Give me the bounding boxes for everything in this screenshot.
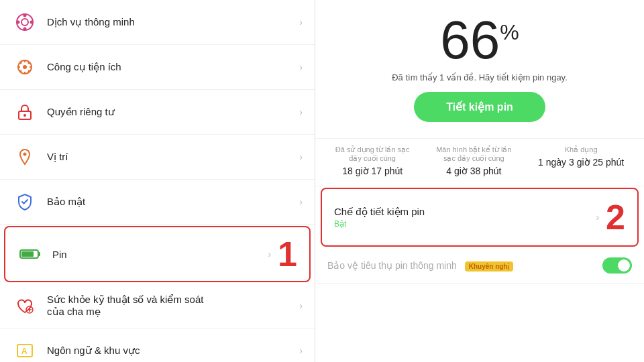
sidebar-item-cong-cu-tien-ich[interactable]: Công cụ tiện ích › (0, 45, 315, 90)
bao-mat-label: Bảo mật (47, 196, 299, 208)
svg-point-3 (23, 27, 27, 31)
chevron-icon: › (299, 17, 303, 27)
chevron-icon: › (299, 62, 303, 72)
tool-icon (12, 54, 38, 80)
step-2-number: 2 (606, 200, 625, 235)
stat-used: Đã sử dụng từ lần sạcđầy cuối cùng 18 gi… (335, 145, 410, 176)
lang-icon: A (12, 338, 38, 362)
chevron-icon: › (596, 212, 599, 223)
sidebar-item-quyen-rieng-tu[interactable]: Quyền riêng tư › (0, 90, 315, 135)
battery-save-mode-subtitle: Bật (334, 219, 596, 229)
svg-text:A: A (21, 347, 28, 356)
stat-used-value: 18 giờ 17 phút (335, 166, 410, 176)
svg-point-7 (23, 65, 27, 69)
save-pin-button[interactable]: Tiết kiệm pin (414, 92, 545, 122)
chevron-icon: › (299, 345, 303, 356)
sidebar-item-bao-mat[interactable]: Bảo mật › (0, 180, 315, 225)
smart-service-icon (12, 9, 38, 35)
privacy-icon (12, 99, 38, 125)
stat-screen: Màn hình bật kể từ lầnsạc đầy cuối cùng … (436, 145, 511, 176)
svg-point-4 (17, 21, 20, 24)
battery-save-mode-option[interactable]: Chế độ tiết kiệm pin Bật › 2 (321, 188, 639, 247)
svg-rect-20 (38, 252, 40, 256)
battery-save-mode-title: Chế độ tiết kiệm pin (334, 206, 596, 218)
svg-point-12 (20, 62, 22, 64)
battery-stats-row: Đã sử dụng từ lần sạcđầy cuối cùng 18 gi… (315, 139, 644, 186)
suc-khoe-label: Sức khỏe kỹ thuật số và kiểm soát của ch… (47, 294, 299, 318)
battery-protect-toggle-row: Bảo vệ tiêu thụ pin thông minh Khuyên ng… (315, 248, 644, 284)
svg-point-14 (20, 70, 22, 72)
right-panel: 66% Đã tìm thấy 1 vấn đề. Hãy tiết kiệm … (315, 0, 644, 362)
battery-warning-text: Đã tìm thấy 1 vấn đề. Hãy tiết kiệm pin … (329, 72, 631, 82)
recommended-badge: Khuyên nghị (465, 261, 514, 272)
svg-point-13 (28, 62, 30, 64)
chevron-icon: › (299, 196, 303, 207)
battery-save-mode-text: Chế độ tiết kiệm pin Bật (334, 206, 596, 229)
sidebar-item-dich-vu-thong-minh[interactable]: Dịch vụ thông minh › (0, 0, 315, 45)
pin-label: Pin (52, 249, 268, 260)
svg-point-15 (28, 70, 30, 72)
dich-vu-thong-minh-label: Dịch vụ thông minh (47, 16, 299, 28)
stat-used-label: Đã sử dụng từ lần sạcđầy cuối cùng (335, 145, 410, 163)
battery-protect-toggle[interactable] (602, 257, 632, 274)
vi-tri-label: Vị trí (47, 151, 299, 163)
battery-header: 66% Đã tìm thấy 1 vấn đề. Hãy tiết kiệm … (315, 0, 644, 139)
sidebar-item-vi-tri[interactable]: Vị trí › (0, 135, 315, 180)
battery-protect-text: Bảo vệ tiêu thụ pin thông minh Khuyên ng… (327, 259, 602, 272)
chevron-icon: › (299, 300, 303, 311)
stat-screen-label: Màn hình bật kể từ lầnsạc đầy cuối cùng (436, 145, 511, 163)
battery-percent-symbol: % (500, 20, 519, 44)
ngon-ngu-label: Ngôn ngữ & khu vực (47, 345, 299, 357)
quyen-rieng-tu-label: Quyền riêng tư (47, 106, 299, 118)
stat-screen-value: 4 giờ 38 phút (436, 166, 511, 176)
svg-rect-21 (21, 251, 34, 257)
stat-available: Khả dụng 1 ngày 3 giờ 25 phút (538, 145, 624, 176)
cong-cu-tien-ich-label: Công cụ tiện ích (47, 61, 299, 73)
battery-percent-value: 66 (440, 10, 500, 70)
battery-icon (17, 241, 43, 267)
svg-point-2 (23, 14, 27, 17)
stat-available-value: 1 ngày 3 giờ 25 phút (538, 157, 624, 168)
svg-point-18 (23, 153, 27, 156)
battery-protect-title: Bảo vệ tiêu thụ pin thông minh (327, 260, 460, 271)
location-icon (12, 144, 38, 170)
chevron-icon: › (299, 152, 303, 162)
stat-available-label: Khả dụng (538, 145, 624, 154)
sidebar-item-suc-khoe[interactable]: Sức khỏe kỹ thuật số và kiểm soát của ch… (0, 284, 315, 328)
battery-percent-display: 66% (329, 13, 631, 67)
svg-point-17 (23, 114, 26, 117)
svg-point-1 (21, 19, 28, 25)
security-icon (12, 189, 38, 215)
left-menu-panel: Dịch vụ thông minh › Công cụ tiện ích › (0, 0, 315, 362)
sidebar-item-ngon-ngu[interactable]: A Ngôn ngữ & khu vực › (0, 328, 315, 362)
step-1-number: 1 (278, 237, 297, 272)
svg-point-5 (30, 21, 34, 24)
chevron-icon: › (299, 107, 303, 117)
chevron-icon: › (268, 249, 271, 259)
sidebar-item-pin[interactable]: Pin › 1 (4, 226, 311, 282)
health-icon (12, 293, 38, 318)
